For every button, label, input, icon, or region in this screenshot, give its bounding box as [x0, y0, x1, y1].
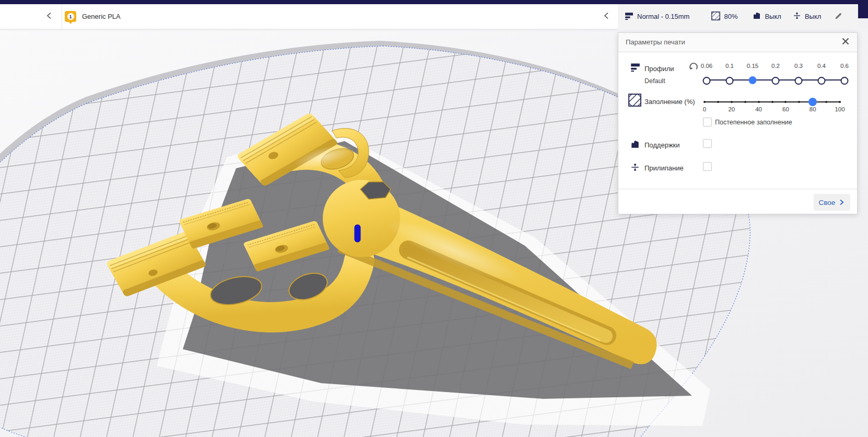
infill-tick — [798, 101, 800, 103]
support-icon — [753, 12, 761, 21]
profile-step-dot[interactable] — [703, 77, 711, 85]
supports-checkbox[interactable] — [703, 139, 712, 148]
print-settings-summary-bar[interactable]: Normal - 0.15mm 80% Выкл Выкл — [618, 4, 858, 29]
infill-tick-label: 20 — [728, 106, 735, 112]
profile-step-dot[interactable] — [818, 77, 826, 85]
window-corner-light — [858, 18, 868, 29]
chevron-left-icon[interactable] — [45, 12, 55, 21]
print-settings-panel: Параметры печати Профили 0.060.10.150.20… — [618, 32, 858, 214]
infill-tick-label: 40 — [755, 106, 762, 112]
profile-options-labels: 0.060.10.150.20.30.40.6 — [618, 63, 858, 71]
crosshatch-icon — [711, 12, 720, 22]
profile-step-dot[interactable] — [841, 77, 849, 85]
adhesion-label: Прилипание — [644, 164, 684, 172]
layers-icon — [625, 12, 634, 22]
adhesion-checkbox[interactable] — [703, 162, 712, 171]
infill-tick — [731, 101, 733, 103]
profile-option-label[interactable]: 0.6 — [840, 63, 849, 69]
profile-step-dot[interactable] — [772, 77, 780, 85]
infill-tick-label: 60 — [782, 106, 789, 112]
profile-option-label[interactable]: 0.2 — [771, 63, 780, 69]
gradual-infill-checkbox[interactable] — [703, 118, 712, 126]
window-corner-dark — [858, 0, 868, 18]
infill-tick-label: 0 — [703, 106, 706, 112]
infill-tick — [784, 101, 787, 103]
support-icon — [630, 140, 640, 151]
infill-tick — [717, 101, 719, 103]
custom-settings-label: Свое — [819, 199, 836, 206]
extruder-badge-icon: 1 — [65, 11, 76, 22]
material-name: Generic PLA — [82, 13, 121, 20]
toolbar-divider — [62, 4, 62, 29]
panel-header: Параметры печати — [618, 33, 857, 52]
position-marker[interactable] — [355, 225, 360, 242]
chevron-right-icon — [839, 199, 845, 205]
chevron-left-icon[interactable] — [603, 12, 612, 21]
profile-option-label[interactable]: 0.3 — [794, 63, 803, 69]
infill-tick — [703, 101, 706, 103]
pencil-icon[interactable] — [835, 12, 842, 21]
gradual-infill-label: Постепенное заполнение — [715, 119, 792, 126]
extruder-material-selector[interactable]: 1 Generic PLA — [65, 4, 121, 29]
extruder-number: 1 — [67, 13, 74, 20]
summary-profile-text: Normal - 0.15mm — [637, 13, 689, 20]
window-top-strip — [0, 0, 868, 4]
profile-option-label[interactable]: 0.4 — [817, 63, 826, 69]
infill-tick-label: 100 — [835, 106, 844, 112]
summary-support-text: Выкл — [765, 13, 781, 20]
supports-label: Поддержки — [644, 141, 680, 149]
adhesion-icon — [630, 163, 640, 174]
profile-option-label[interactable]: 0.06 — [701, 63, 712, 69]
adhesion-icon — [793, 12, 801, 21]
panel-footer-divider — [618, 189, 857, 189]
infill-tick — [825, 101, 827, 103]
panel-title: Параметры печати — [626, 38, 685, 46]
configuration-toolbar: 1 Generic PLA — [0, 4, 618, 29]
close-icon[interactable] — [841, 37, 852, 48]
infill-tick-labels: 020406080100 — [618, 106, 858, 113]
infill-tick — [771, 101, 773, 103]
profile-step-dot[interactable] — [795, 77, 803, 85]
infill-tick — [839, 101, 841, 103]
summary-infill-text: 80% — [724, 13, 737, 20]
infill-slider-handle[interactable] — [808, 98, 817, 106]
profile-option-label[interactable]: 0.15 — [747, 63, 758, 69]
custom-settings-button[interactable]: Свое — [814, 194, 850, 211]
infill-slider[interactable] — [618, 98, 858, 106]
infill-tick-label: 80 — [810, 106, 816, 112]
summary-adhesion-text: Выкл — [805, 13, 821, 20]
infill-tick — [744, 101, 746, 103]
profile-step-dot[interactable] — [726, 77, 734, 85]
profile-name: Default — [644, 77, 665, 85]
profile-option-label[interactable]: 0.1 — [725, 63, 734, 69]
infill-tick — [758, 101, 760, 103]
profile-step-dot-selected[interactable] — [749, 76, 757, 84]
